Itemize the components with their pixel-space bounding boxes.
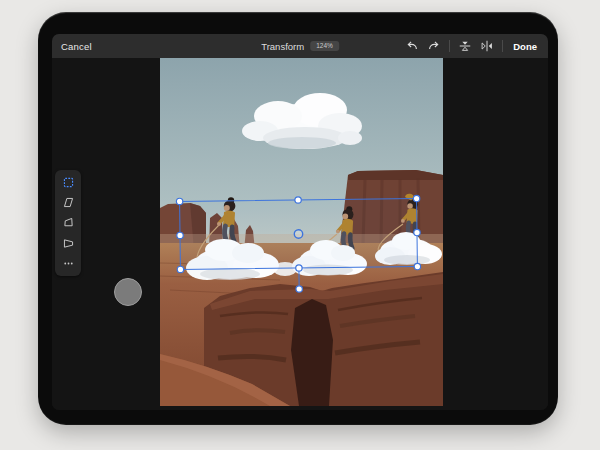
flip-vertical-icon[interactable]: [458, 39, 472, 53]
toolbar-divider: [449, 40, 450, 52]
page-title: Transform: [261, 41, 304, 52]
tablet-frame: Cancel Transform 124%: [38, 12, 558, 425]
handle-bottom-center: [296, 265, 302, 271]
workspace: [52, 58, 548, 410]
undo-icon[interactable]: [405, 39, 419, 53]
tool-distort[interactable]: [61, 215, 76, 230]
reference-point-handle: [294, 230, 303, 239]
handle-top-center: [295, 197, 301, 203]
handle-bottom-right: [414, 263, 420, 269]
handle-top-left: [176, 198, 182, 204]
zoom-badge[interactable]: 124%: [310, 41, 339, 52]
handle-mid-left: [177, 232, 183, 238]
toolbar-divider: [502, 40, 503, 52]
flip-horizontal-icon[interactable]: [480, 39, 494, 53]
tool-perspective[interactable]: [61, 236, 76, 251]
more-options-icon[interactable]: [61, 256, 76, 271]
tool-skew[interactable]: [61, 195, 76, 210]
handle-top-right: [413, 195, 419, 201]
cancel-button[interactable]: Cancel: [61, 34, 92, 58]
touch-shortcut-button[interactable]: [114, 278, 142, 306]
photo-canvas[interactable]: [160, 58, 443, 406]
app-screen: Cancel Transform 124%: [52, 34, 548, 410]
toolbar-actions: Done: [405, 34, 537, 58]
rotate-handle: [296, 286, 302, 292]
redo-icon[interactable]: [427, 39, 441, 53]
tool-free-transform[interactable]: [61, 175, 76, 190]
title-group: Transform 124%: [261, 34, 339, 58]
top-toolbar: Cancel Transform 124%: [52, 34, 548, 59]
handle-mid-right: [414, 229, 420, 235]
handle-bottom-left: [177, 266, 183, 272]
transform-tool-panel: [55, 170, 81, 276]
done-button[interactable]: Done: [513, 41, 537, 52]
